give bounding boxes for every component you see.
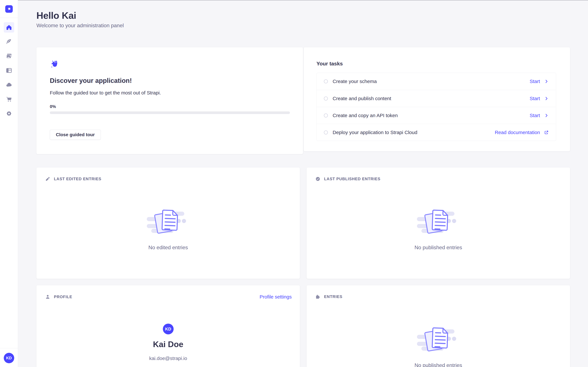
task-label: Create and copy an API token — [333, 113, 398, 118]
sidebar-item-cloud[interactable] — [4, 80, 14, 90]
guided-tour-card: Discover your application! Follow the gu… — [36, 47, 303, 154]
strapi-logo[interactable] — [5, 5, 13, 13]
widget-title: LAST PUBLISHED ENTRIES — [324, 176, 380, 182]
task-action-label: Start — [530, 113, 540, 118]
widget-header: PROFILE Profile settings — [36, 285, 300, 300]
widget-body: No published entries — [307, 182, 570, 250]
your-tasks-card: Your tasks Create your schema Start — [304, 47, 570, 151]
feather-icon — [6, 39, 12, 45]
empty-documents-illustration — [416, 209, 460, 237]
profile-name: Kai Doe — [153, 340, 183, 349]
task-start-link[interactable]: Start — [530, 113, 549, 118]
external-link-icon — [544, 130, 549, 135]
person-icon — [45, 294, 50, 300]
task-status-circle — [324, 97, 328, 100]
task-label: Create your schema — [333, 79, 377, 84]
profile-settings-link[interactable]: Profile settings — [259, 294, 292, 300]
task-label: Deploy your application to Strapi Cloud — [333, 130, 417, 135]
sidebar-bottom-divider — [0, 348, 18, 348]
widget-title: ENTRIES — [324, 294, 342, 299]
marketplace-cart-icon — [6, 96, 12, 102]
widget-title: PROFILE — [54, 294, 72, 300]
empty-documents-illustration — [146, 209, 190, 237]
last-edited-entries-widget: LAST EDITED ENTRIES No edited entries — [36, 167, 300, 279]
sidebar-item-home[interactable] — [4, 22, 14, 33]
profile-avatar: KD — [163, 324, 174, 334]
settings-gear-icon — [6, 110, 12, 117]
guided-tour-subtitle: Follow the guided tour to get the most o… — [50, 90, 290, 96]
widgets-row-2: PROFILE Profile settings KD Kai Doe kai.… — [36, 285, 570, 367]
widget-body: No edited entries — [36, 182, 300, 250]
task-status-circle — [324, 79, 328, 83]
widget-title: LAST EDITED ENTRIES — [54, 176, 101, 182]
profile-email: kai.doe@strapi.io — [149, 356, 187, 361]
task-start-link[interactable]: Start — [530, 79, 549, 84]
media-library-icon — [6, 53, 12, 59]
page-title: Hello Kai — [36, 10, 570, 21]
task-row-create-schema[interactable]: Create your schema Start — [317, 73, 556, 90]
task-read-documentation-link[interactable]: Read documentation — [495, 130, 549, 135]
last-published-entries-widget: LAST PUBLISHED ENTRIES No published entr… — [307, 167, 570, 279]
task-status-circle — [324, 114, 328, 117]
check-circle-icon — [315, 176, 320, 182]
task-label: Create and publish content — [333, 96, 391, 101]
tasks-list: Create your schema Start Create and publ… — [317, 73, 556, 141]
puzzle-icon — [315, 294, 320, 299]
task-row-deploy-cloud[interactable]: Deploy your application to Strapi Cloud … — [317, 124, 556, 141]
profile-widget: PROFILE Profile settings KD Kai Doe kai.… — [36, 285, 300, 367]
task-start-link[interactable]: Start — [530, 96, 549, 101]
page-subtitle: Welcome to your administration panel — [36, 23, 570, 29]
empty-state-text: No published entries — [415, 244, 462, 250]
chevron-right-icon — [544, 96, 549, 101]
chevron-right-icon — [544, 79, 549, 84]
strapi-admin-app: KD Hello Kai Welcome to your administrat… — [0, 0, 588, 367]
your-tasks-title: Your tasks — [317, 60, 556, 67]
task-action-label: Read documentation — [495, 130, 540, 135]
sidebar-bottom: KD — [0, 348, 18, 367]
sidebar: KD — [0, 0, 18, 367]
task-row-publish-content[interactable]: Create and publish content Start — [317, 90, 556, 107]
layout-icon — [6, 67, 12, 74]
widgets-row-1: LAST EDITED ENTRIES No edited entries — [36, 167, 570, 279]
sidebar-divider — [0, 18, 18, 18]
task-status-circle — [324, 131, 328, 134]
guided-tour-title: Discover your application! — [50, 77, 290, 84]
strapi-logo-icon — [6, 6, 12, 12]
tour-progress-bar — [50, 111, 290, 114]
widget-header: ENTRIES — [307, 285, 570, 299]
home-icon — [6, 24, 12, 31]
cloud-icon — [6, 82, 12, 88]
task-action-label: Start — [530, 96, 540, 101]
empty-state-text: No published entries — [415, 362, 462, 367]
entries-widget: ENTRIES No published entries — [307, 285, 570, 367]
sidebar-item-content-manager[interactable] — [4, 37, 14, 47]
task-row-api-token[interactable]: Create and copy an API token Start — [317, 107, 556, 124]
widget-header: LAST EDITED ENTRIES — [36, 167, 300, 182]
sidebar-item-media-library[interactable] — [4, 51, 14, 61]
sidebar-item-settings[interactable] — [4, 108, 14, 119]
sidebar-item-content-type-builder[interactable] — [4, 65, 14, 76]
sidebar-nav — [4, 22, 14, 123]
tour-progress-label: 0% — [50, 104, 290, 109]
widget-body: No published entries — [307, 299, 570, 367]
guided-tour-section: Discover your application! Follow the gu… — [36, 47, 570, 154]
waving-hand-icon — [50, 60, 60, 70]
task-action-label: Start — [530, 79, 540, 84]
profile-body: KD Kai Doe kai.doe@strapi.io — [36, 300, 300, 367]
user-avatar[interactable]: KD — [4, 353, 14, 363]
pencil-icon — [45, 176, 50, 182]
chevron-right-icon — [544, 113, 549, 118]
main-content: Hello Kai Welcome to your administration… — [18, 0, 588, 367]
empty-state-text: No edited entries — [148, 244, 188, 250]
close-guided-tour-button[interactable]: Close guided tour — [50, 130, 101, 140]
empty-documents-illustration — [416, 326, 460, 355]
widget-header: LAST PUBLISHED ENTRIES — [307, 167, 570, 182]
sidebar-item-marketplace[interactable] — [4, 94, 14, 104]
